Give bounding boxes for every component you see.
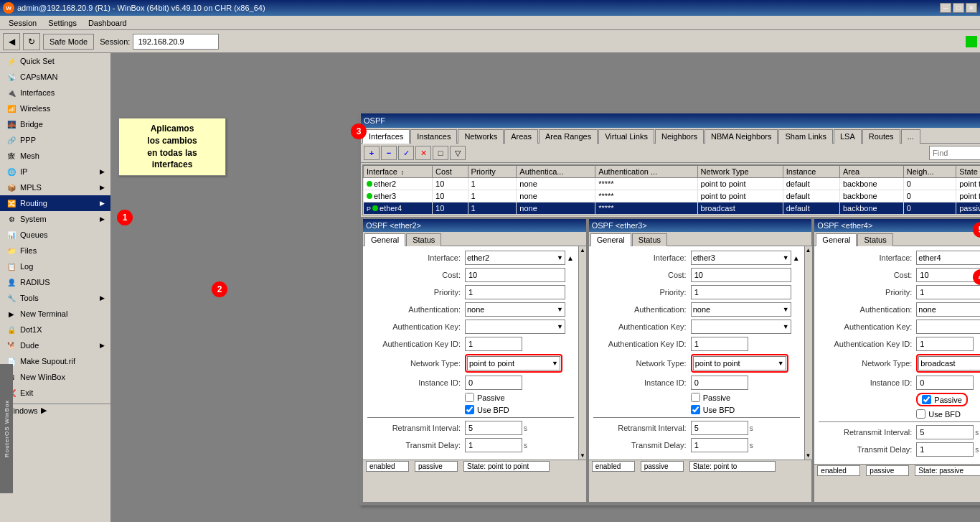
sidebar-item-queues[interactable]: 📊 Queues [0,227,110,243]
ether4-tab-status[interactable]: Status [857,233,892,246]
sidebar-item-newterminal[interactable]: ▶ New Terminal [0,306,110,322]
sidebar-item-routing[interactable]: 🔀 Routing ▶ [0,195,110,211]
ether3-passive-checkbox[interactable] [691,393,700,402]
ospf-tab-lsa[interactable]: LSA [834,129,862,144]
ether3-auth-key-id-input[interactable] [691,337,748,351]
table-row-selected[interactable]: Pether4 10 1 none ***** broadcast defaul… [364,202,981,215]
ether3-auth-dropdown[interactable]: none ▼ [691,302,791,317]
ether3-network-type-dropdown[interactable]: point to point ▼ [693,356,786,370]
sidebar-item-ip[interactable]: 🌐 IP ▶ [0,164,110,180]
sidebar-item-bridge[interactable]: 🌉 Bridge [0,116,110,132]
ether2-network-type-dropdown[interactable]: point to point ▼ [467,356,560,370]
ether2-usebfd-checkbox[interactable] [465,405,474,414]
ether3-scrollbar[interactable]: ▲ ▼ [804,246,812,460]
ether2-passive-checkbox[interactable] [465,393,474,402]
ospf-tab-routes[interactable]: Routes [862,129,900,144]
ether4-auth-key-dropdown[interactable]: ▼ [916,320,980,334]
menu-session[interactable]: Session [3,17,42,29]
ether2-auth-key-id-input[interactable] [465,337,522,351]
ether2-tab-general[interactable]: General [364,233,405,246]
sidebar-item-interfaces[interactable]: 🔌 Interfaces [0,85,110,101]
ether3-interface-dropdown[interactable]: ether3 ▼ [691,251,791,265]
sidebar-item-mpls[interactable]: 📦 MPLS ▶ [0,180,110,195]
menu-settings[interactable]: Settings [42,17,83,29]
ether3-interface-scroll-up[interactable]: ▲ [793,254,800,262]
ospf-tab-areas[interactable]: Areas [504,129,538,144]
ospf-tab-neighbors[interactable]: Neighbors [655,129,704,144]
sidebar-item-makesupout[interactable]: 📄 Make Supout.rif [0,353,110,369]
sidebar-item-newwinbox[interactable]: 🖥 New WinBox [0,369,110,385]
sidebar-item-radius[interactable]: 👤 RADIUS [0,274,110,290]
ether3-priority-input[interactable] [691,285,791,299]
ether2-cost-input[interactable] [465,268,565,282]
ether3-instance-id-input[interactable] [691,376,748,390]
table-row[interactable]: ether2 10 1 none ***** point to point de… [364,178,981,190]
sidebar-item-ppp[interactable]: 🔗 PPP [0,132,110,148]
sidebar-item-dude[interactable]: 🐕 Dude ▶ [0,337,110,353]
sidebar-item-exit[interactable]: ❌ Exit [0,385,110,401]
ospf-tab-sham[interactable]: Sham Links [778,129,832,144]
ospf-tab-interfaces[interactable]: Interfaces [362,129,410,144]
ether3-cost-input[interactable] [691,268,791,282]
ether2-instance-id-input[interactable] [465,376,522,390]
sidebar-item-windows[interactable]: Windows ▶ [0,404,110,416]
ether2-scrollbar[interactable]: ▲ ▼ [578,246,586,460]
sidebar-item-capsman[interactable]: 📡 CAPsMAN [0,69,110,85]
ether2-priority-input[interactable] [465,285,565,299]
ospf-tab-networks[interactable]: Networks [458,129,504,144]
ether3-tab-status[interactable]: Status [632,233,667,246]
ether4-retransmit-input[interactable] [916,425,974,439]
ether4-usebfd-checkbox[interactable] [916,409,925,419]
ether2-retransmit-input[interactable] [465,421,522,435]
ether2-interface-scroll-up[interactable]: ▲ [567,254,574,262]
ospf-disable-button[interactable]: ✕ [415,146,431,160]
sidebar-item-tools[interactable]: 🔧 Tools ▶ [0,290,110,306]
maximize-button[interactable]: □ [953,3,964,13]
ospf-tab-instances[interactable]: Instances [410,129,457,144]
back-button[interactable]: ◀ [3,33,20,50]
ospf-remove-button[interactable]: − [381,146,397,160]
close-button[interactable]: ✕ [966,3,977,13]
ospf-tab-virtual-links[interactable]: Virtual Links [598,129,654,144]
ether4-passive-checkbox[interactable] [922,395,931,404]
ospf-tab-area-ranges[interactable]: Area Ranges [539,129,598,144]
ether2-auth-dropdown[interactable]: none ▼ [465,302,565,317]
ether2-transmit-delay-input[interactable] [465,438,522,452]
ether3-usebfd-checkbox[interactable] [691,405,700,414]
ether4-interface-dropdown[interactable]: ether4 ▼ [916,251,980,265]
ether2-tab-status[interactable]: Status [406,233,441,246]
table-row[interactable]: ether3 10 1 none ***** point to point de… [364,190,981,202]
ether4-cost-input[interactable] [916,268,980,282]
ospf-search-input[interactable] [929,146,980,160]
ether4-priority-input[interactable] [916,285,980,299]
minimize-button[interactable]: ─ [940,3,951,13]
menu-dashboard[interactable]: Dashboard [83,17,133,29]
sidebar-item-log[interactable]: 📋 Log [0,258,110,274]
ether4-auth-key-id-input[interactable] [916,337,974,351]
ether3-transmit-delay-input[interactable] [691,438,748,452]
sidebar-item-system[interactable]: ⚙ System ▶ [0,211,110,227]
sidebar-item-files[interactable]: 📁 Files [0,243,110,258]
sidebar-item-dot1x[interactable]: 🔒 Dot1X [0,322,110,337]
ether4-network-type-dropdown[interactable]: broadcast ▼ [918,356,980,370]
ospf-tab-nbma[interactable]: NBMA Neighbors [705,129,778,144]
ether2-auth-key-dropdown[interactable]: ▼ [465,320,565,334]
sidebar-item-mesh[interactable]: 🕸 Mesh [0,148,110,164]
ether2-interface-dropdown[interactable]: ether2 ▼ [465,251,565,265]
sidebar-item-quickset[interactable]: ⚡ Quick Set [0,53,110,69]
ether4-instance-id-input[interactable] [916,376,974,390]
ether4-auth-dropdown[interactable]: none ▼ [916,302,980,317]
ether3-tab-general[interactable]: General [590,233,631,246]
safe-mode-button[interactable]: Safe Mode [43,34,94,50]
ether3-retransmit-input[interactable] [691,421,748,435]
ospf-add-button[interactable]: + [364,146,380,160]
refresh-button[interactable]: ↻ [23,33,40,50]
ospf-settings-button[interactable]: □ [433,146,448,160]
ether4-transmit-delay-input[interactable] [916,442,974,457]
ospf-tab-more[interactable]: ... [901,129,920,144]
ether3-auth-key-dropdown[interactable]: ▼ [691,320,791,334]
ospf-filter-button[interactable]: ▽ [450,146,466,160]
ospf-enable-button[interactable]: ✓ [398,146,414,160]
ether4-tab-general[interactable]: General [816,233,857,246]
sidebar-item-wireless[interactable]: 📶 Wireless [0,101,110,116]
